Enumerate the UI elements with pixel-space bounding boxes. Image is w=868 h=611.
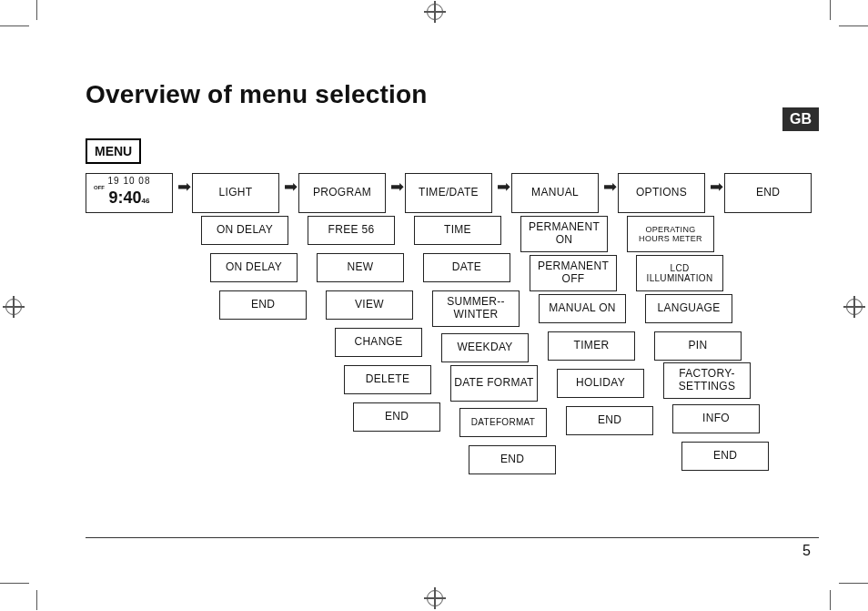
menu-item: DATEFORMAT bbox=[459, 408, 547, 437]
menu-head-timedate: TIME/DATE bbox=[405, 173, 492, 213]
manual-page: Overview of menu selection GB 5 MENU 19 … bbox=[0, 0, 868, 611]
registration-mark bbox=[427, 4, 443, 20]
arrow-right-icon: ➡ bbox=[390, 178, 404, 195]
menu-item: OPERATING HOURS METER bbox=[627, 216, 714, 252]
registration-mark bbox=[427, 590, 443, 606]
menu-root-label: MENU bbox=[86, 138, 141, 164]
registration-mark bbox=[5, 299, 22, 315]
page-title: Overview of menu selection bbox=[86, 80, 428, 109]
menu-item: SUMMER-- WINTER bbox=[432, 290, 520, 327]
menu-item: TIMER bbox=[548, 331, 635, 361]
menu-item: PERMANENT ON bbox=[520, 216, 608, 252]
crop-mark bbox=[0, 583, 29, 584]
display-time: 9:4046 bbox=[90, 188, 168, 208]
menu-head-program: PROGRAM bbox=[298, 173, 386, 213]
menu-item: END bbox=[681, 442, 769, 471]
menu-head-light: LIGHT bbox=[192, 173, 279, 213]
menu-item: PIN bbox=[654, 331, 742, 361]
menu-head-options: OPTIONS bbox=[618, 173, 705, 213]
crop-mark bbox=[830, 590, 831, 610]
menu-item: NEW bbox=[317, 253, 404, 282]
arrow-right-icon: ➡ bbox=[710, 178, 723, 195]
menu-item: TIME bbox=[414, 216, 501, 245]
menu-item: END bbox=[566, 406, 653, 435]
menu-head-manual: MANUAL bbox=[511, 173, 599, 213]
menu-item: MANUAL ON bbox=[539, 294, 626, 323]
language-badge: GB bbox=[782, 107, 819, 131]
crop-mark bbox=[839, 583, 868, 584]
menu-item: ON DELAY bbox=[201, 216, 288, 245]
menu-item: INFO bbox=[672, 404, 760, 433]
menu-item: END bbox=[353, 402, 440, 432]
arrow-right-icon: ➡ bbox=[603, 178, 617, 195]
menu-item: WEEKDAY bbox=[441, 333, 529, 362]
menu-item: DELETE bbox=[344, 365, 431, 394]
arrow-right-icon: ➡ bbox=[497, 178, 510, 195]
page-number: 5 bbox=[802, 543, 811, 559]
footer-rule bbox=[86, 537, 819, 538]
crop-mark bbox=[36, 0, 37, 20]
menu-item: VIEW bbox=[326, 290, 413, 320]
crop-mark bbox=[830, 0, 831, 20]
arrow-right-icon: ➡ bbox=[177, 178, 191, 195]
menu-item: DATE FORMAT bbox=[450, 365, 538, 402]
menu-item: HOLIDAY bbox=[557, 369, 644, 398]
menu-head-end: END bbox=[724, 173, 812, 213]
menu-item: FREE 56 bbox=[308, 216, 395, 245]
menu-item: LANGUAGE bbox=[645, 294, 732, 323]
lcd-display-box: 19 10 08 OFF 9:4046 bbox=[86, 173, 173, 213]
menu-item: LCD ILLUMINATION bbox=[636, 255, 723, 291]
crop-mark bbox=[0, 25, 29, 26]
crop-mark bbox=[839, 25, 868, 26]
menu-item: CHANGE bbox=[335, 328, 422, 357]
registration-mark bbox=[846, 299, 863, 315]
arrow-right-icon: ➡ bbox=[284, 178, 298, 195]
menu-item: ON DELAY bbox=[210, 253, 298, 282]
crop-mark bbox=[36, 590, 37, 610]
menu-item: END bbox=[219, 290, 307, 320]
menu-item: DATE bbox=[423, 253, 510, 282]
menu-item: END bbox=[469, 445, 556, 474]
menu-item: FACTORY- SETTINGS bbox=[663, 362, 751, 399]
menu-item: PERMANENT OFF bbox=[530, 255, 617, 291]
